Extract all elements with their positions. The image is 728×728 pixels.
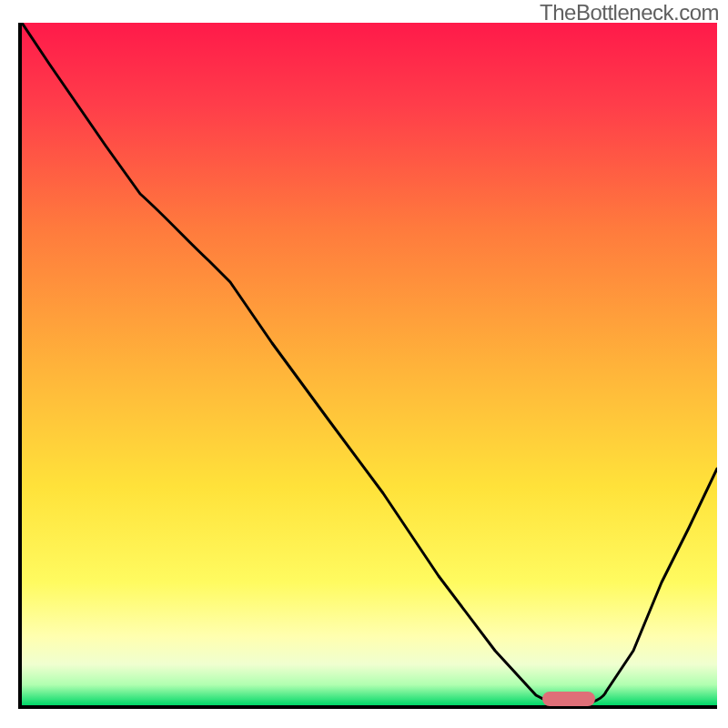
bottleneck-chart: TheBottleneck.com (0, 0, 728, 728)
bottleneck-curve (22, 23, 717, 705)
plot-area (18, 23, 717, 709)
watermark-text: TheBottleneck.com (540, 0, 719, 25)
optimal-marker (542, 692, 595, 706)
